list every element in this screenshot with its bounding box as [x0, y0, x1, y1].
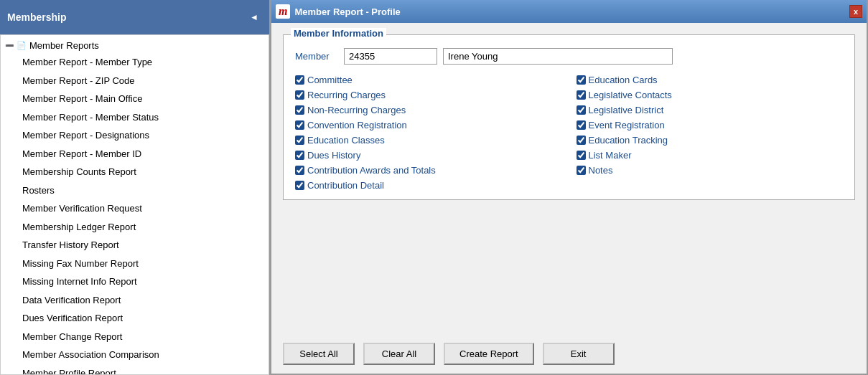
checkbox-item[interactable]: Contribution Awards and Totals: [295, 165, 562, 176]
sidebar-item[interactable]: Member Report - Designations: [1, 126, 269, 145]
checkbox-input[interactable]: [295, 151, 304, 160]
checkbox-label: Contribution Detail: [307, 180, 384, 191]
checkbox-item[interactable]: Education Classes: [295, 135, 562, 146]
sidebar-collapse-button[interactable]: ◄: [246, 11, 262, 24]
checkbox-item[interactable]: Recurring Charges: [295, 90, 562, 100]
sidebar-item[interactable]: Member Profile Report: [1, 364, 269, 376]
checkbox-label: Committee: [307, 75, 353, 85]
checkbox-input[interactable]: [295, 136, 304, 145]
section-legend: Member Information: [291, 28, 386, 39]
dialog-close-button[interactable]: x: [849, 5, 862, 18]
checkbox-input[interactable]: [295, 181, 304, 190]
member-row: Member: [295, 48, 843, 65]
sidebar-title: Membership: [7, 11, 66, 23]
checkbox-item[interactable]: Legislative District: [577, 105, 844, 115]
checkbox-label: Education Classes: [307, 135, 385, 146]
sidebar-item[interactable]: Member Report - Member Type: [1, 53, 269, 72]
dialog-window: m Member Report - Profile x Member Infor…: [270, 0, 868, 375]
tree-expand-icon[interactable]: ➖: [5, 42, 14, 49]
tree-items-container: Member Report - Member TypeMember Report…: [1, 53, 269, 375]
sidebar-item[interactable]: Member Change Report: [1, 328, 269, 346]
dialog-title: Member Report - Profile: [294, 6, 400, 17]
member-id-input[interactable]: [344, 48, 437, 65]
dialog-body: Member Information Member CommitteeEduca…: [271, 23, 867, 336]
dialog-title-left: m Member Report - Profile: [276, 4, 401, 19]
sidebar-item[interactable]: Member Report - Member Status: [1, 108, 269, 127]
checkbox-label: Contribution Awards and Totals: [307, 165, 436, 176]
checkboxes-grid: CommitteeEducation CardsRecurring Charge…: [295, 75, 843, 191]
checkbox-label: Legislative District: [589, 105, 664, 115]
create-report-button[interactable]: Create Report: [444, 343, 534, 365]
checkbox-input[interactable]: [295, 90, 304, 100]
folder-icon: 📄: [17, 41, 27, 50]
checkbox-input[interactable]: [577, 166, 586, 175]
sidebar: Membership ◄ ➖ 📄 Member Reports Member R…: [0, 0, 270, 375]
sidebar-item[interactable]: Member Report - Main Office: [1, 90, 269, 108]
checkbox-item[interactable]: Event Registration: [577, 120, 844, 130]
checkbox-input[interactable]: [577, 136, 586, 145]
dialog-logo: m: [276, 4, 290, 19]
sidebar-tree: ➖ 📄 Member Reports Member Report - Membe…: [0, 34, 269, 375]
sidebar-item[interactable]: Rosters: [1, 181, 269, 200]
checkbox-input[interactable]: [577, 120, 586, 130]
checkbox-item[interactable]: Committee: [295, 75, 562, 85]
checkbox-label: Legislative Contacts: [589, 90, 672, 100]
sidebar-item[interactable]: Member Association Comparison: [1, 346, 269, 364]
sidebar-item[interactable]: Member Report - ZIP Code: [1, 72, 269, 90]
tree-root-member-reports[interactable]: ➖ 📄 Member Reports: [1, 38, 269, 53]
checkbox-label: Education Cards: [589, 75, 658, 85]
checkbox-item[interactable]: Education Cards: [577, 75, 844, 85]
checkbox-label: Notes: [589, 165, 613, 176]
sidebar-item[interactable]: Member Verification Request: [1, 199, 269, 218]
checkbox-item[interactable]: Education Tracking: [577, 135, 844, 146]
checkbox-label: Education Tracking: [589, 135, 668, 146]
checkbox-item[interactable]: Legislative Contacts: [577, 90, 844, 100]
sidebar-item[interactable]: Membership Ledger Report: [1, 218, 269, 237]
checkbox-item[interactable]: Convention Registration: [295, 120, 562, 130]
buttons-row: Select All Clear All Create Report Exit: [271, 336, 867, 374]
checkbox-input[interactable]: [295, 75, 304, 85]
checkbox-label: Event Registration: [589, 120, 665, 130]
checkbox-input[interactable]: [295, 166, 304, 175]
checkbox-item[interactable]: Contribution Detail: [295, 180, 562, 191]
sidebar-item[interactable]: Dues Verification Report: [1, 309, 269, 328]
checkbox-item[interactable]: Non-Recurring Charges: [295, 105, 562, 115]
exit-button[interactable]: Exit: [543, 343, 615, 365]
checkbox-input[interactable]: [295, 120, 304, 130]
sidebar-item[interactable]: Membership Counts Report: [1, 163, 269, 181]
member-info-section: Member Information Member CommitteeEduca…: [283, 34, 855, 200]
checkbox-input[interactable]: [577, 75, 586, 85]
member-name-input[interactable]: [443, 48, 673, 65]
checkbox-item[interactable]: Notes: [577, 165, 844, 176]
checkbox-label: List Maker: [589, 150, 632, 161]
sidebar-item[interactable]: Data Verification Report: [1, 291, 269, 310]
checkbox-label: Recurring Charges: [307, 90, 386, 100]
sidebar-item[interactable]: Missing Internet Info Report: [1, 272, 269, 291]
member-label: Member: [295, 51, 338, 62]
checkbox-input[interactable]: [295, 105, 304, 115]
tree-root-label: Member Reports: [29, 40, 99, 51]
clear-all-button[interactable]: Clear All: [363, 343, 435, 365]
sidebar-item[interactable]: Member Report - Member ID: [1, 145, 269, 163]
sidebar-item[interactable]: Transfer History Report: [1, 236, 269, 255]
checkbox-item[interactable]: List Maker: [577, 150, 844, 161]
checkbox-input[interactable]: [577, 151, 586, 160]
checkbox-input[interactable]: [577, 90, 586, 100]
main-area: m Member Report - Profile x Member Infor…: [270, 0, 868, 375]
checkbox-label: Dues History: [307, 150, 360, 161]
select-all-button[interactable]: Select All: [283, 343, 355, 365]
dialog-titlebar: m Member Report - Profile x: [271, 0, 867, 23]
checkbox-item[interactable]: Dues History: [295, 150, 562, 161]
checkbox-input[interactable]: [577, 105, 586, 115]
checkbox-label: Convention Registration: [307, 120, 407, 130]
checkbox-label: Non-Recurring Charges: [307, 105, 406, 115]
sidebar-item[interactable]: Missing Fax Number Report: [1, 255, 269, 273]
sidebar-header: Membership ◄: [0, 0, 269, 34]
